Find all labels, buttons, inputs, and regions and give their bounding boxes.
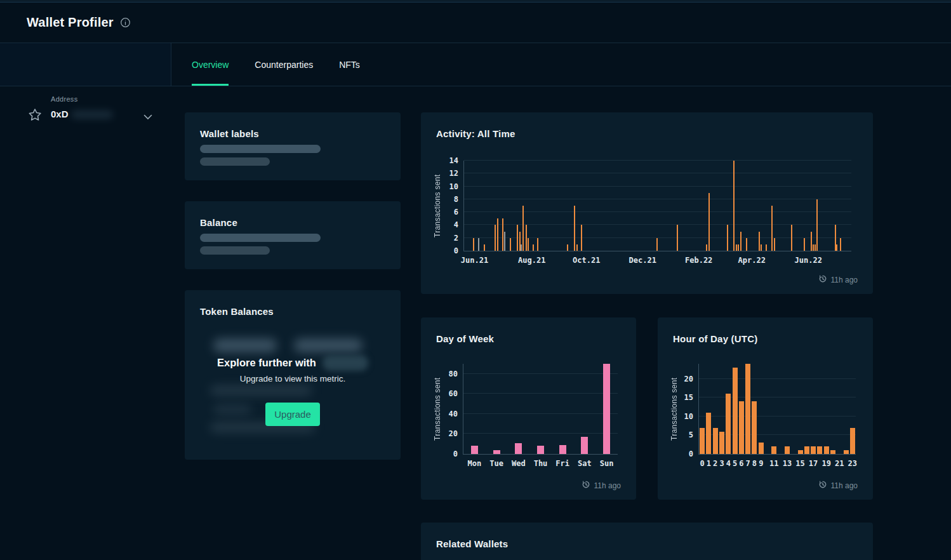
skeleton-bar <box>200 157 270 166</box>
hour-of-day-last-updated: 11h ago <box>818 480 858 491</box>
x-tick-label: Mon <box>468 459 482 468</box>
y-tick-label: 4 <box>454 221 458 229</box>
blurred-token-row <box>210 385 312 396</box>
x-tick-label: 0 <box>700 459 705 468</box>
tab-nfts[interactable]: NFTs <box>339 43 360 86</box>
info-icon[interactable] <box>120 17 131 28</box>
tab-bar: Overview Counterparties NFTs <box>192 43 360 86</box>
bar <box>478 238 479 251</box>
bar <box>811 232 812 251</box>
upsell-heading-row: Explore further with <box>185 355 401 371</box>
bar <box>677 225 678 251</box>
activity-chart-title: Activity: All Time <box>436 128 515 139</box>
bar <box>504 232 505 251</box>
hour-of-day-y-axis-label: Transactions sent <box>669 364 679 455</box>
bar <box>484 244 485 251</box>
bar <box>759 232 760 251</box>
blurred-token-row <box>294 338 362 352</box>
x-tick-label: 3 <box>719 459 724 468</box>
x-tick-label: Sat <box>578 459 592 468</box>
wallet-labels-card: Wallet labels <box>185 112 401 180</box>
activity-all-time-card: Activity: All Time Transactions sent 024… <box>421 112 873 294</box>
bar <box>473 238 474 251</box>
bar <box>559 445 566 454</box>
y-tick-label: 2 <box>454 234 458 242</box>
skeleton-bar <box>200 145 321 153</box>
bar <box>785 446 790 454</box>
x-tick-label: Jun.22 <box>795 256 822 265</box>
x-tick-label: Wed <box>512 459 526 468</box>
bar <box>517 225 518 251</box>
bar <box>515 443 522 454</box>
bar <box>495 225 496 251</box>
y-tick-label: 12 <box>449 170 458 177</box>
bar <box>766 244 767 251</box>
y-tick-label: 80 <box>449 370 458 378</box>
gridline <box>464 199 851 199</box>
x-tick-label: 2 <box>713 459 717 468</box>
token-balances-title: Token Balances <box>200 306 274 317</box>
x-tick-label: Apr.22 <box>738 256 766 265</box>
day-of-week-title: Day of Week <box>436 333 494 344</box>
bar <box>493 450 500 454</box>
x-tick-label: 5 <box>733 459 737 468</box>
bar <box>816 199 818 251</box>
x-tick-label: Oct.21 <box>573 256 600 265</box>
x-tick-label: 1 <box>707 459 711 468</box>
bar <box>510 238 511 251</box>
bar <box>850 428 855 454</box>
bar <box>811 446 816 454</box>
tab-counterparties[interactable]: Counterparties <box>255 43 313 86</box>
upsell-heading: Explore further with <box>217 357 316 369</box>
bar <box>567 244 568 251</box>
day-of-week-last-updated: 11h ago <box>582 480 622 491</box>
x-tick-label: 6 <box>739 459 743 468</box>
x-tick-label: 13 <box>783 459 792 468</box>
bar <box>603 364 610 454</box>
activity-last-updated: 11h ago <box>818 274 858 285</box>
x-tick-label: 11 <box>769 459 778 468</box>
skeleton-bar <box>200 234 321 242</box>
address-selector[interactable]: Address 0xD <box>0 43 171 86</box>
x-tick-label: 15 <box>795 459 804 468</box>
bar <box>708 193 710 251</box>
day-of-week-card: Day of Week Transactions sent 020406080M… <box>421 317 636 500</box>
gridline <box>699 397 856 397</box>
bar <box>817 446 822 454</box>
gridline <box>699 378 856 379</box>
y-tick-label: 15 <box>684 394 693 401</box>
gridline <box>463 373 618 374</box>
upsell-subtext: Upgrade to view this metric. <box>185 374 401 383</box>
bar <box>733 368 738 454</box>
gridline <box>464 160 851 161</box>
upgrade-button[interactable]: Upgrade <box>265 403 320 426</box>
x-tick-label: 21 <box>835 459 844 468</box>
gridline <box>464 186 851 187</box>
favorite-star-icon[interactable] <box>28 108 42 124</box>
bar <box>537 238 538 251</box>
bar <box>746 238 747 251</box>
bar <box>576 244 578 251</box>
bar <box>738 244 739 251</box>
x-tick-label: Dec.21 <box>629 256 656 265</box>
bar <box>830 450 835 454</box>
blurred-brand-logo <box>323 355 368 371</box>
address-redacted-blur <box>71 110 113 119</box>
day-of-week-y-axis-label: Transactions sent <box>432 364 442 455</box>
hour-of-day-title: Hour of Day (UTC) <box>673 333 757 344</box>
bar <box>521 244 522 251</box>
bar <box>706 413 711 454</box>
bar <box>736 244 737 251</box>
bar <box>537 446 544 454</box>
y-tick-label: 0 <box>689 450 693 458</box>
tab-overview[interactable]: Overview <box>192 43 229 86</box>
activity-y-axis-label: Transactions sent <box>432 161 442 251</box>
address-value: 0xD <box>51 109 69 119</box>
clock-history-icon <box>582 480 590 491</box>
x-tick-label: 9 <box>759 459 763 468</box>
gridline <box>463 413 618 414</box>
bar <box>733 161 735 251</box>
address-label: Address <box>51 95 77 103</box>
bar <box>791 225 792 251</box>
x-tick-label: 17 <box>809 459 818 468</box>
